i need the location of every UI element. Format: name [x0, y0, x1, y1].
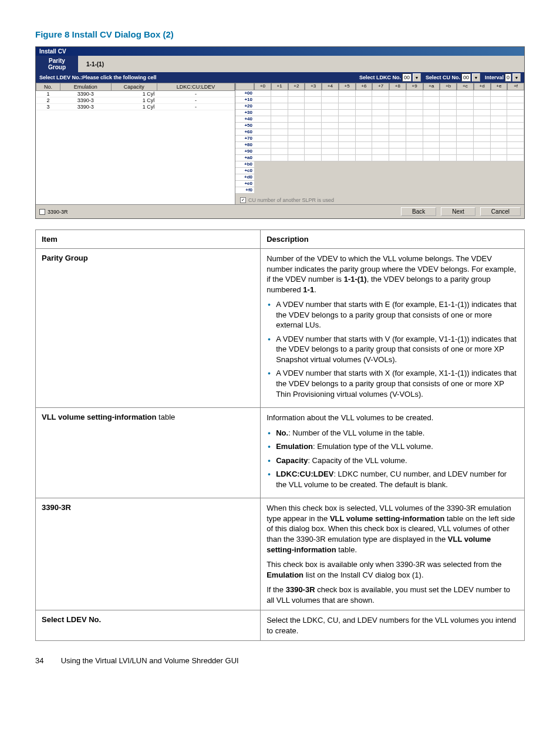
grid-cell[interactable]: [372, 110, 389, 116]
grid-cell[interactable]: [372, 116, 389, 123]
grid-cell[interactable]: [457, 168, 474, 174]
grid-cell[interactable]: [406, 123, 423, 129]
grid-cell[interactable]: [356, 136, 373, 142]
grid-cell[interactable]: [356, 97, 373, 103]
grid-cell[interactable]: [440, 129, 457, 136]
grid-cell[interactable]: [356, 174, 373, 181]
grid-cell[interactable]: [406, 90, 423, 97]
grid-cell[interactable]: [271, 136, 288, 142]
grid-cell[interactable]: [440, 168, 457, 174]
grid-cell[interactable]: [406, 148, 423, 155]
grid-cell[interactable]: [474, 168, 491, 174]
grid-cell[interactable]: [322, 110, 339, 116]
grid-cell[interactable]: [271, 129, 288, 136]
grid-cell[interactable]: [389, 136, 406, 142]
grid-cell[interactable]: [507, 161, 524, 168]
grid-cell[interactable]: [288, 155, 305, 161]
grid-cell[interactable]: [389, 110, 406, 116]
grid-cell[interactable]: [322, 116, 339, 123]
grid-cell[interactable]: [271, 161, 288, 168]
grid-cell[interactable]: [356, 181, 373, 187]
grid-cell[interactable]: [305, 148, 322, 155]
grid-cell[interactable]: [507, 123, 524, 129]
grid-cell[interactable]: [372, 181, 389, 187]
select-cu-value[interactable]: 00: [461, 73, 471, 82]
grid-cell[interactable]: [507, 97, 524, 103]
grid-cell[interactable]: [423, 110, 440, 116]
grid-cell[interactable]: [440, 90, 457, 97]
table-row[interactable]: 33390-31 Cyl-: [36, 104, 235, 110]
grid-cell[interactable]: [440, 116, 457, 123]
grid-cell[interactable]: [288, 161, 305, 168]
grid-cell[interactable]: [254, 168, 271, 174]
grid-cell[interactable]: [389, 116, 406, 123]
grid-cell[interactable]: [372, 136, 389, 142]
grid-cell[interactable]: [457, 136, 474, 142]
grid-cell[interactable]: [423, 136, 440, 142]
grid-cell[interactable]: [356, 155, 373, 161]
grid-cell[interactable]: [372, 148, 389, 155]
grid-cell[interactable]: [491, 103, 508, 110]
grid-cell[interactable]: [491, 123, 508, 129]
grid-cell[interactable]: [406, 110, 423, 116]
grid-cell[interactable]: [288, 90, 305, 97]
grid-cell[interactable]: [271, 103, 288, 110]
grid-cell[interactable]: [491, 161, 508, 168]
grid-cell[interactable]: [457, 155, 474, 161]
grid-cell[interactable]: [271, 97, 288, 103]
grid-cell[interactable]: [339, 110, 356, 116]
table-row[interactable]: 23390-31 Cyl-: [36, 97, 235, 104]
grid-cell[interactable]: [322, 181, 339, 187]
grid-cell[interactable]: [305, 129, 322, 136]
grid-cell[interactable]: [339, 116, 356, 123]
grid-cell[interactable]: [254, 129, 271, 136]
grid-cell[interactable]: [389, 123, 406, 129]
grid-cell[interactable]: [440, 174, 457, 181]
grid-cell[interactable]: [322, 161, 339, 168]
grid-cell[interactable]: [372, 123, 389, 129]
grid-cell[interactable]: [305, 155, 322, 161]
grid-cell[interactable]: [254, 136, 271, 142]
grid-cell[interactable]: [339, 123, 356, 129]
grid-cell[interactable]: [271, 90, 288, 97]
grid-cell[interactable]: [389, 174, 406, 181]
grid-cell[interactable]: [423, 129, 440, 136]
grid-cell[interactable]: [507, 181, 524, 187]
grid-cell[interactable]: [474, 123, 491, 129]
back-button[interactable]: Back: [401, 207, 436, 216]
select-ldkc-value[interactable]: 00: [402, 73, 411, 82]
grid-cell[interactable]: [254, 90, 271, 97]
grid-cell[interactable]: [322, 136, 339, 142]
grid-cell[interactable]: [507, 174, 524, 181]
grid-cell[interactable]: [322, 142, 339, 148]
grid-cell[interactable]: [356, 129, 373, 136]
grid-cell[interactable]: [305, 123, 322, 129]
grid-cell[interactable]: [440, 148, 457, 155]
grid-cell[interactable]: [389, 155, 406, 161]
grid-cell[interactable]: [474, 103, 491, 110]
grid-cell[interactable]: [288, 187, 305, 194]
grid-cell[interactable]: [406, 136, 423, 142]
grid-cell[interactable]: [254, 155, 271, 161]
grid-cell[interactable]: [474, 148, 491, 155]
grid-cell[interactable]: [339, 187, 356, 194]
grid-cell[interactable]: [491, 168, 508, 174]
grid-cell[interactable]: [423, 123, 440, 129]
grid-cell[interactable]: [305, 97, 322, 103]
grid-cell[interactable]: [491, 110, 508, 116]
grid-cell[interactable]: [305, 116, 322, 123]
grid-cell[interactable]: [457, 123, 474, 129]
grid-cell[interactable]: [254, 148, 271, 155]
grid-cell[interactable]: [406, 187, 423, 194]
grid-cell[interactable]: [507, 116, 524, 123]
grid-cell[interactable]: [322, 90, 339, 97]
grid-cell[interactable]: [423, 97, 440, 103]
grid-cell[interactable]: [356, 187, 373, 194]
grid-cell[interactable]: [339, 97, 356, 103]
grid-cell[interactable]: [271, 168, 288, 174]
grid-cell[interactable]: [271, 110, 288, 116]
grid-cell[interactable]: [254, 116, 271, 123]
grid-cell[interactable]: [322, 129, 339, 136]
grid-cell[interactable]: [474, 161, 491, 168]
grid-cell[interactable]: [254, 123, 271, 129]
